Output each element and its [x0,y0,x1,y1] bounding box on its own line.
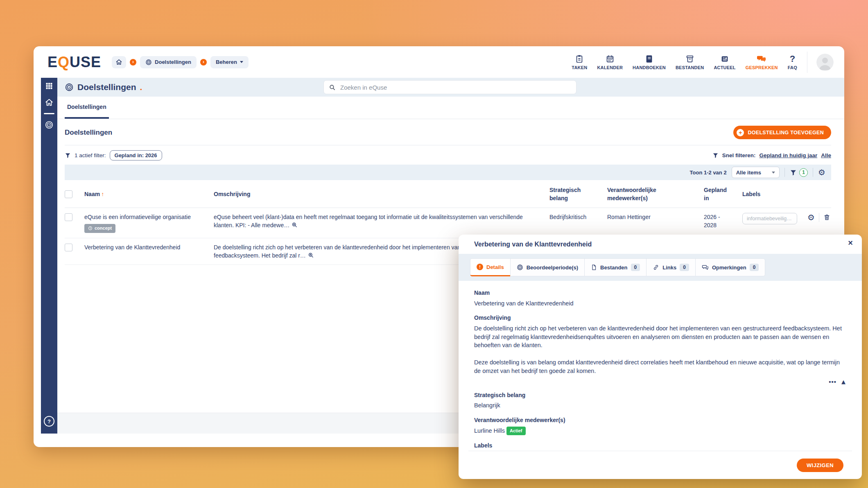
breadcrumb: › Doelstellingen › Beheren [112,56,249,68]
column-header-medewerkers[interactable]: Verantwoordelijke medewerker(s) [607,186,704,203]
section-header: Doelstellingen + DOELSTELLING TOEVOEGEN [65,126,831,139]
nav-label: GESPREKKEN [746,65,778,70]
page-title: Doelstellingen. [65,82,142,92]
sidebar-item-doelstellingen[interactable] [41,117,57,133]
table-settings-button gear-icon[interactable]: ⚙ [818,168,825,176]
edit-button[interactable]: WIJZIGEN [797,459,843,472]
app-logo[interactable]: EQUSE [47,54,101,71]
field-value-medewerkers: Lurline Hills Actief [474,427,846,436]
close-button close-icon[interactable]: × [848,239,853,247]
funnel-icon [790,169,797,176]
active-filter-chip[interactable]: Gepland in: 2026 [110,150,162,160]
global-search [323,80,576,94]
quick-filter-label: Snel filteren: [722,152,756,158]
text-expand-controls: ••• ▲ [474,377,845,386]
field-value-naam: Verbetering van de Klanttevredenheid [474,299,846,308]
breadcrumb-menu-beheren[interactable]: Beheren [210,56,249,68]
add-doelstelling-button[interactable]: + DOELSTELLING TOEVOEGEN [733,126,831,139]
tab-bar: Doelstellingen [57,97,844,119]
modal-tab-label: Details [486,264,504,270]
modal-tab-bestanden[interactable]: Bestanden 0 [584,258,646,276]
nav-label: HANDBOEKEN [633,65,666,70]
top-nav: TAKEN KALENDER HANDBOEKEN [567,54,802,70]
nav-actueel[interactable]: ACTUEEL [714,54,735,70]
chevron-down-icon [240,61,243,63]
field-value-strategisch-belang: Belangrijk [474,401,846,410]
name-cell: eQuse is een informatieveilige organisat… [84,213,214,233]
description-cell: eQuse beheert veel (klant-)data en heeft… [214,213,549,230]
breadcrumb-chevron-icon: › [200,59,207,66]
page-title-text: Doelstellingen [77,82,136,92]
table-row[interactable]: eQuse is een informatieveilige organisat… [65,208,831,238]
desktop-background: EQUSE › Doelstellingen › Beheren [0,0,868,488]
page-size-select[interactable]: Alle items [732,167,780,178]
divider [65,145,831,145]
quick-filter-alle[interactable]: Alle [821,152,831,158]
add-button-label: DOELSTELLING TOEVOEGEN [748,130,824,136]
nav-kalender[interactable]: KALENDER [597,54,623,70]
sort-asc-icon: ↑ [101,191,104,197]
comment-icon [702,264,709,271]
more-options-button ellipsis-icon[interactable]: ••• [829,377,836,386]
row-actions: ⚙ [796,213,831,222]
nav-taken[interactable]: TAKEN [572,54,587,70]
tab-doelstellingen[interactable]: Doelstellingen [65,97,109,119]
search-input[interactable] [339,84,571,91]
calendar-icon [606,54,615,64]
row-checkbox[interactable] [65,244,72,251]
row-checkbox[interactable] [65,213,72,221]
active-filter-label: 1 actief filter: [75,152,106,158]
labels-cell: informatiebeveiliging [742,213,796,226]
column-header-strategisch-belang[interactable]: Strategisch belang [549,186,607,203]
table-header-row: Naam↑ Omschrijving Strategisch belang Ve… [65,180,831,208]
modal-tab-label: Links [662,264,676,271]
row-description: eQuse beheert veel (klant-)data en heeft… [214,214,523,228]
nav-label: ACTUEEL [714,65,735,70]
belang-cell: Bedrijfskritisch [549,213,607,221]
status-label: concept [95,225,112,232]
modal-tab-details[interactable]: ! Details [470,258,511,276]
row-name: Verbetering van de Klanttevredenheid [84,243,206,251]
logo-text: E [47,54,58,70]
modal-tab-links[interactable]: Links 0 [646,258,696,276]
nav-handboeken[interactable]: HANDBOEKEN [633,54,666,70]
chat-bubbles-icon [757,54,766,64]
quick-filter-gepland-huidig-jaar[interactable]: Gepland in huidig jaar [759,152,817,158]
column-header-omschrijving[interactable]: Omschrijving [214,190,549,198]
status-badge-actief: Actief [506,427,526,436]
field-label-omschrijving: Omschrijving [474,314,846,322]
modal-tab-label: Opmerkingen [712,264,746,271]
sidebar-apps-grid[interactable] [41,78,57,94]
select-all-checkbox[interactable] [65,190,72,198]
sidebar-divider [44,113,54,114]
zoom-in-icon[interactable] [308,252,314,258]
modal-tab-beoordeelperiodes[interactable]: Beoordeelperiode(s) [510,258,585,276]
modal-tab-opmerkingen[interactable]: Opmerkingen 0 [695,258,765,276]
column-header-gepland-in[interactable]: Gepland in [704,186,742,203]
row-settings-button gear-icon[interactable]: ⚙ [807,213,815,221]
collapse-button triangle-up-icon[interactable]: ▲ [841,378,845,386]
zoom-in-icon[interactable] [292,222,298,228]
delete-button trash-icon[interactable] [823,214,830,221]
breadcrumb-home[interactable] [112,56,126,68]
nav-bestanden[interactable]: BESTANDEN [676,54,704,70]
avatar-container [807,52,834,73]
nav-label: TAKEN [572,65,587,70]
column-header-naam[interactable]: Naam↑ [84,190,214,198]
sidebar-home[interactable] [41,94,57,111]
bullseye-icon [517,264,523,271]
help-icon: ? [44,416,54,427]
nav-label: KALENDER [597,65,623,70]
bullseye-icon [145,59,152,66]
nav-gesprekken[interactable]: GESPREKKEN [746,54,778,70]
divider [819,213,819,222]
archive-box-icon [685,54,694,64]
bullseye-icon [45,120,54,129]
sidebar-help[interactable]: ? [41,413,57,429]
column-header-labels[interactable]: Labels [742,190,796,198]
avatar[interactable] [816,54,834,71]
nav-faq[interactable]: ? FAQ [788,54,797,70]
filter-settings-button[interactable]: 1 [790,168,808,177]
breadcrumb-item-doelstellingen[interactable]: Doelstellingen [140,56,197,68]
modal-body: Naam Verbetering van de Klanttevredenhei… [459,281,862,466]
